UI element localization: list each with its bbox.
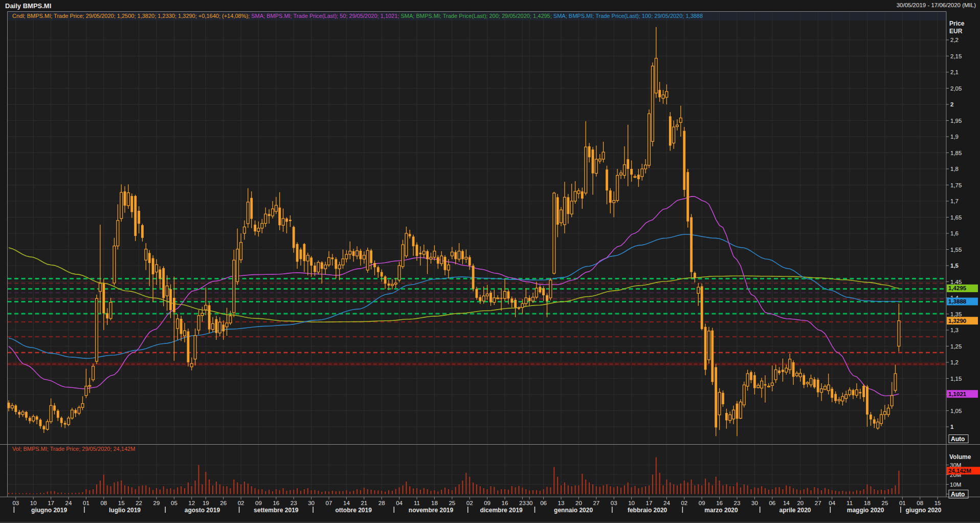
svg-text:20: 20 [575, 500, 582, 506]
svg-text:10: 10 [628, 500, 635, 506]
svg-text:18: 18 [864, 500, 871, 506]
svg-text:17: 17 [646, 500, 653, 506]
svg-text:27: 27 [815, 500, 821, 506]
svg-text:2: 2 [950, 101, 953, 107]
svg-text:1,45: 1,45 [950, 279, 962, 285]
svg-text:03: 03 [611, 500, 617, 506]
svg-text:maggio 2020: maggio 2020 [847, 507, 884, 514]
svg-text:23: 23 [734, 500, 741, 506]
svg-text:1,9: 1,9 [950, 134, 959, 140]
svg-text:03: 03 [12, 500, 19, 506]
svg-text:14: 14 [343, 500, 350, 506]
svg-text:1,2: 1,2 [950, 359, 959, 365]
svg-text:Auto: Auto [951, 491, 965, 498]
svg-text:24: 24 [663, 500, 670, 506]
svg-text:15: 15 [118, 500, 125, 506]
svg-text:19: 19 [203, 500, 209, 506]
svg-text:02: 02 [681, 500, 687, 506]
svg-text:settembre 2019: settembre 2019 [254, 507, 299, 514]
svg-text:1,95: 1,95 [950, 118, 962, 124]
svg-text:02: 02 [466, 500, 473, 506]
svg-text:Cndl; BMPS.MI; Trade Price; 29: Cndl; BMPS.MI; Trade Price; 29/05/2020; … [12, 13, 703, 19]
svg-text:giugno 2020: giugno 2020 [905, 507, 941, 514]
svg-text:2,1: 2,1 [950, 69, 959, 75]
svg-text:1,25: 1,25 [950, 343, 962, 350]
svg-text:1,3888: 1,3888 [948, 298, 967, 304]
svg-text:1: 1 [950, 424, 954, 430]
svg-text:1,85: 1,85 [950, 150, 962, 156]
svg-text:Price: Price [949, 20, 965, 27]
svg-text:1,35: 1,35 [950, 311, 962, 317]
svg-text:aprile 2020: aprile 2020 [779, 507, 811, 514]
svg-text:16: 16 [502, 500, 508, 506]
svg-text:luglio 2019: luglio 2019 [109, 507, 141, 514]
svg-text:gennaio 2020: gennaio 2020 [554, 507, 593, 514]
svg-text:1,75: 1,75 [950, 182, 962, 188]
svg-text:11: 11 [847, 500, 853, 506]
svg-text:ottobre 2019: ottobre 2019 [336, 507, 372, 514]
svg-text:08: 08 [100, 500, 107, 506]
svg-text:marzo 2020: marzo 2020 [704, 507, 738, 514]
svg-text:06: 06 [540, 500, 547, 506]
svg-text:dicembre 2019: dicembre 2019 [480, 507, 523, 514]
svg-text:16: 16 [273, 500, 279, 506]
svg-text:30: 30 [526, 500, 533, 506]
svg-text:1,6: 1,6 [950, 230, 959, 236]
svg-text:28: 28 [378, 500, 385, 506]
svg-text:30/05/2019 - 17/06/2020 (MIL): 30/05/2019 - 17/06/2020 (MIL) [897, 2, 976, 8]
svg-text:1,65: 1,65 [950, 214, 962, 221]
svg-text:23: 23 [291, 500, 297, 506]
svg-text:22: 22 [136, 500, 142, 506]
svg-text:Auto: Auto [951, 435, 965, 443]
svg-text:2,2: 2,2 [950, 37, 959, 43]
svg-text:Vol; BMPS.MI; Trade Price; 29: Vol; BMPS.MI; Trade Price; 29/05/2020; 2… [12, 446, 135, 452]
svg-text:04: 04 [396, 500, 403, 506]
svg-text:23: 23 [519, 500, 526, 506]
svg-text:10: 10 [30, 500, 37, 506]
svg-text:30: 30 [308, 500, 315, 506]
svg-text:1,15: 1,15 [950, 376, 962, 382]
svg-text:24: 24 [65, 500, 72, 506]
svg-text:1,7: 1,7 [950, 198, 959, 204]
svg-text:02: 02 [238, 500, 244, 506]
svg-text:giugno 2019: giugno 2019 [31, 507, 67, 514]
svg-text:04: 04 [829, 500, 835, 506]
svg-text:07: 07 [326, 500, 332, 506]
svg-text:26: 26 [220, 500, 227, 506]
svg-text:09: 09 [255, 500, 262, 506]
svg-text:08: 08 [917, 500, 923, 506]
svg-text:20: 20 [797, 500, 804, 506]
svg-text:25: 25 [882, 500, 888, 506]
svg-text:1,8: 1,8 [950, 166, 959, 172]
svg-text:29: 29 [153, 500, 160, 506]
svg-text:1,3: 1,3 [950, 327, 959, 333]
svg-text:09: 09 [699, 500, 705, 506]
svg-text:06: 06 [769, 500, 775, 506]
svg-text:15: 15 [934, 500, 941, 506]
svg-text:24,142M: 24,142M [948, 468, 971, 474]
svg-text:11: 11 [414, 500, 420, 506]
svg-text:21: 21 [361, 500, 367, 506]
svg-text:1,05: 1,05 [950, 408, 962, 414]
svg-text:16: 16 [716, 500, 723, 506]
svg-text:12: 12 [188, 500, 195, 506]
svg-text:febbraio 2020: febbraio 2020 [628, 507, 667, 514]
svg-text:13: 13 [558, 500, 565, 506]
svg-text:05: 05 [171, 500, 177, 506]
svg-text:01: 01 [83, 500, 90, 506]
svg-text:27: 27 [593, 500, 599, 506]
svg-text:09: 09 [484, 500, 491, 506]
svg-text:14: 14 [783, 500, 790, 506]
svg-text:25: 25 [449, 500, 455, 506]
svg-text:1,5: 1,5 [950, 263, 959, 269]
svg-text:novembre 2019: novembre 2019 [409, 507, 454, 514]
svg-text:1,4295: 1,4295 [948, 285, 967, 291]
svg-text:17: 17 [48, 500, 54, 506]
svg-text:Volume: Volume [949, 453, 971, 461]
svg-text:30: 30 [751, 500, 758, 506]
svg-text:1,3290: 1,3290 [948, 318, 966, 324]
svg-text:01: 01 [899, 500, 906, 506]
svg-text:Daily BMPS.MI: Daily BMPS.MI [5, 2, 51, 10]
svg-text:1,1021: 1,1021 [948, 391, 967, 397]
svg-text:2,15: 2,15 [950, 53, 962, 59]
